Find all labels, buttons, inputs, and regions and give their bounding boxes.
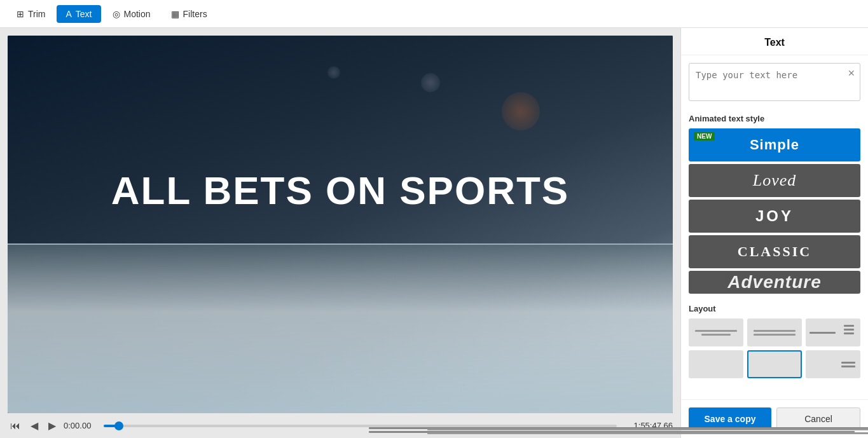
play-button[interactable]: ▶ [46, 418, 59, 433]
style-item-adventure[interactable]: Adventure [689, 271, 860, 294]
text-input-wrapper: ✕ [689, 63, 860, 104]
style-label-classic: CLASSIC [738, 243, 811, 260]
video-container: ALL BETS ON SPORTS [8, 36, 673, 413]
trim-icon: ⊞ [17, 9, 24, 19]
layout-item-4[interactable] [689, 350, 743, 378]
time-start: 0:00.00 [64, 421, 99, 430]
new-badge: NEW [694, 132, 715, 140]
text-icon: A [65, 9, 71, 19]
clear-text-button[interactable]: ✕ [848, 68, 855, 78]
motion-icon: ◎ [113, 9, 120, 19]
panel-content: ✕ Animated text style NEW Simple Loved J… [681, 55, 868, 399]
layout-item-6[interactable] [806, 350, 860, 378]
filters-button[interactable]: ▦ Filters [162, 5, 216, 23]
right-panel: Text ✕ Animated text style NEW Simple Lo… [680, 28, 868, 438]
style-label-adventure: Adventure [727, 272, 821, 292]
bokeh-light-3 [327, 66, 340, 79]
style-label-loved: Loved [753, 171, 797, 190]
progress-thumb[interactable] [114, 421, 123, 430]
style-item-loved[interactable]: Loved [689, 164, 860, 197]
progress-bar[interactable] [104, 425, 617, 427]
style-label-simple: Simple [750, 137, 799, 153]
trim-button[interactable]: ⊞ Trim [8, 5, 54, 23]
playback-controls: ⏮ ◀ ▶ 0:00.00 1:55:47.66 [8, 413, 673, 438]
animated-style-label: Animated text style [689, 114, 860, 123]
rewind-button[interactable]: ⏮ [8, 419, 23, 433]
bokeh-light-1 [502, 92, 540, 130]
layout-item-5[interactable] [747, 350, 802, 378]
style-list: NEW Simple Loved JOY CLASSIC Adventure [689, 128, 860, 294]
main-area: ALL BETS ON SPORTS ⏮ ◀ ▶ 0:00.00 1:55:47… [0, 28, 868, 438]
filters-icon: ▦ [171, 9, 179, 19]
layout-item-3[interactable] [806, 318, 860, 346]
play-back-button[interactable]: ◀ [28, 418, 41, 433]
text-input[interactable] [689, 63, 860, 101]
toolbar: ⊞ Trim A Text ◎ Motion ▦ Filters [0, 0, 868, 28]
water-surface [8, 243, 673, 413]
layout-item-1[interactable] [689, 318, 743, 346]
motion-button[interactable]: ◎ Motion [104, 5, 160, 23]
text-button[interactable]: A Text [57, 5, 100, 23]
layout-grid [689, 318, 860, 378]
style-item-joy[interactable]: JOY [689, 200, 860, 233]
panel-title: Text [681, 28, 868, 55]
style-label-joy: JOY [755, 207, 794, 225]
video-area: ALL BETS ON SPORTS ⏮ ◀ ▶ 0:00.00 1:55:47… [0, 28, 680, 438]
style-item-classic[interactable]: CLASSIC [689, 235, 860, 268]
layout-label: Layout [689, 304, 860, 313]
video-text-overlay: ALL BETS ON SPORTS [111, 168, 569, 213]
style-item-simple[interactable]: NEW Simple [689, 128, 860, 161]
layout-item-2[interactable] [747, 318, 802, 346]
